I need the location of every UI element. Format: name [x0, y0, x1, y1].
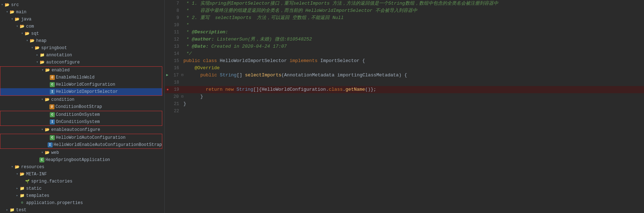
folder-icon [19, 186, 25, 191]
tree-item-HelloWorldImportSelector[interactable]: HelloWorldImportSelector [0, 88, 162, 95]
tree-item-static[interactable]: static [0, 185, 164, 192]
arrow-autoconfigure[interactable] [35, 60, 39, 65]
arrow-HeapSpringbootApplication[interactable] [35, 158, 39, 162]
line-number-17: 17 [171, 72, 179, 79]
arrow-java[interactable] [10, 17, 14, 22]
folder-open-icon [4, 2, 10, 8]
line-gutter-7: 7 [165, 0, 182, 7]
tree-item-springboot[interactable]: springboot [0, 44, 164, 52]
run-icon: ▶ [165, 72, 170, 79]
line-number-13: 13 [171, 43, 179, 50]
arrow-EnableHelloWold[interactable] [45, 75, 50, 80]
tree-item-enableautoconfigure[interactable]: enableautoconfigure [0, 126, 164, 133]
arrow-HelloWorldEnableAutoConfigurationBootStrap[interactable] [43, 143, 48, 147]
tree-item-sqt[interactable]: sqt [0, 30, 164, 37]
arrow-templates[interactable] [15, 194, 19, 198]
tree-item-EnableHelloWold[interactable]: EnableHelloWold [0, 74, 162, 81]
line-gutter-15: 15 [165, 57, 182, 65]
arrow-ConditionOnSystem[interactable] [45, 113, 50, 117]
code-content-16: @Override [182, 65, 644, 72]
code-line-22: 22 [165, 108, 644, 115]
arrow-enabled[interactable] [40, 68, 45, 72]
arrow-annotation[interactable] [35, 53, 39, 57]
tree-label-enableautoconfigure: enableautoconfigure [51, 127, 100, 132]
arrow-application.properties[interactable] [15, 201, 19, 205]
tree-item-enabled[interactable]: enabled [0, 67, 162, 74]
tree-item-HelloWorldAutoConfiguration[interactable]: HelloWorldAutoConfiguration [0, 134, 162, 141]
arrow-enableautoconfigure[interactable] [40, 128, 44, 132]
arrow-HelloWorldImportSelector[interactable] [45, 90, 50, 94]
arrow-ConditionBootStrap[interactable] [45, 105, 49, 109]
line-number-12: 12 [171, 36, 179, 43]
code-content-21: } [182, 100, 644, 108]
file-tree[interactable]: srcmainjavacomsqtheapspringbootannotatio… [0, 0, 165, 213]
tree-item-resources[interactable]: resources [0, 164, 164, 171]
tree-item-ConditionBootStrap[interactable]: ConditionBootStrap [0, 103, 164, 110]
arrow-condition[interactable] [40, 98, 44, 102]
tree-item-java[interactable]: java [0, 16, 164, 23]
tree-item-condition[interactable]: condition [0, 96, 164, 103]
folder-open-icon [14, 164, 20, 170]
folder-icon [39, 52, 45, 58]
annotation-icon [50, 75, 55, 80]
arrow-resources[interactable] [10, 165, 14, 169]
tree-item-HelloWorldEnableAutoConfigurationBootStrap[interactable]: HelloWorldEnableAutoConfigurationBootStr… [0, 141, 162, 148]
line-number-15: 15 [171, 57, 179, 65]
folder-open-icon [14, 16, 20, 22]
arrow-main[interactable] [5, 10, 9, 14]
code-line-14: 14 */ [165, 50, 644, 57]
tree-item-application.properties[interactable]: application.properties [0, 199, 164, 207]
line-gutter-9: 9 [165, 14, 182, 22]
tree-item-HeapSpringbootApplication[interactable]: HeapSpringbootApplication [0, 156, 164, 164]
arrow-test[interactable] [5, 208, 9, 212]
arrow-src[interactable] [0, 3, 4, 7]
tree-item-templates[interactable]: templates [0, 192, 164, 199]
line-gutter-12: 12 [165, 36, 182, 43]
code-content-11: * @Description: [182, 29, 644, 36]
arrow-HelloWorldConfiguration[interactable] [45, 82, 50, 87]
arrow-static[interactable] [15, 186, 19, 191]
line-gutter-17: ▶17⊟ [165, 72, 188, 79]
tree-label-OnConditionSystem: OnConditionSystem [56, 119, 100, 124]
tree-item-ConditionOnSystem[interactable]: ConditionOnSystem [0, 111, 162, 118]
tree-item-HelloWorldConfiguration[interactable]: HelloWorldConfiguration [0, 81, 162, 88]
tree-label-condition: condition [51, 97, 75, 102]
code-line-16: 16 @Override [165, 65, 644, 72]
tree-label-static: static [26, 186, 42, 191]
folder-icon [19, 193, 25, 199]
tree-item-heap[interactable]: heap [0, 37, 164, 44]
arrow-META-INF[interactable] [15, 172, 19, 176]
code-line-12: 12 * @author: ListenerSun(男，未婚) 微信:81054… [165, 36, 644, 43]
arrow-web[interactable] [40, 151, 44, 155]
arrow-heap[interactable] [25, 39, 29, 43]
folder-open-icon [45, 67, 51, 73]
tree-label-enabled: enabled [52, 68, 69, 73]
tree-item-META-INF[interactable]: META-INF [0, 171, 164, 178]
arrow-HelloWorldAutoConfiguration[interactable] [45, 136, 50, 140]
fold-icon-20[interactable]: ⊟ [180, 93, 185, 100]
arrow-springboot[interactable] [30, 46, 34, 50]
tree-item-OnConditionSystem[interactable]: OnConditionSystem [0, 118, 162, 126]
fold-icon-17[interactable]: ⊟ [180, 72, 185, 79]
line-number-22: 22 [171, 108, 179, 115]
tree-item-web[interactable]: web [0, 149, 164, 156]
arrow-sqt[interactable] [20, 32, 24, 36]
arrow-OnConditionSystem[interactable] [45, 120, 50, 124]
line-number-20: 20 [171, 93, 179, 100]
tree-label-annotation: annotation [46, 53, 72, 58]
arrow-com[interactable] [15, 24, 19, 29]
tree-label-ConditionOnSystem: ConditionOnSystem [56, 112, 100, 117]
tree-item-main[interactable]: main [0, 9, 164, 16]
tree-item-autoconfigure[interactable]: autoconfigure [0, 59, 164, 66]
tree-label-HeapSpringbootApplication: HeapSpringbootApplication [45, 157, 110, 162]
tree-item-annotation[interactable]: annotation [0, 52, 164, 59]
line-number-21: 21 [171, 100, 179, 108]
folder-open-icon [44, 127, 50, 133]
tree-item-src[interactable]: src [0, 1, 164, 9]
code-content-8: * 容器中最终注册的组建是返回的全类名，而当前的 HelloWorldImpor… [182, 7, 644, 14]
tree-item-spring.factories[interactable]: spring.factories [0, 178, 164, 185]
tree-label-HelloWorldAutoConfiguration: HelloWorldAutoConfiguration [56, 135, 125, 140]
tree-item-test[interactable]: test [0, 207, 164, 213]
tree-item-com[interactable]: com [0, 23, 164, 30]
arrow-spring.factories[interactable] [20, 179, 24, 184]
